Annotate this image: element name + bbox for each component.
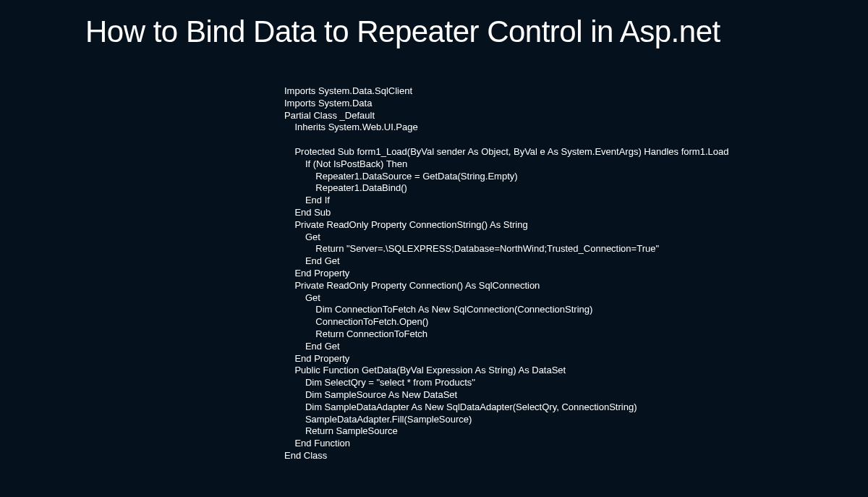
page-title: How to Bind Data to Repeater Control in …	[0, 14, 868, 49]
document-container: How to Bind Data to Repeater Control in …	[0, 0, 868, 497]
code-block: Imports System.Data.SqlClient Imports Sy…	[0, 85, 868, 462]
